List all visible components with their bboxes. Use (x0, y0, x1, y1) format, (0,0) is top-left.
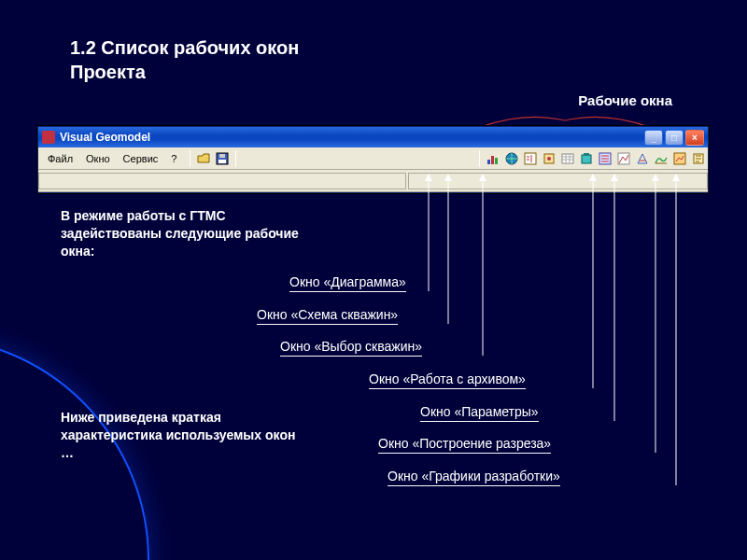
callout-dev-charts: Окно «Графики разработки» (388, 469, 560, 483)
close-button[interactable]: × (685, 130, 704, 146)
menu-service[interactable]: Сервис (118, 151, 164, 166)
open-icon[interactable] (195, 150, 212, 167)
callout-archive: Окно «Работа с архивом» (369, 371, 526, 386)
callout-label: Окно «Графики разработки» (388, 469, 560, 483)
tool-icon-12[interactable] (690, 150, 707, 167)
svg-rect-3 (487, 160, 490, 164)
slide-heading: 1.2 Список рабочих окон Проекта (70, 35, 369, 84)
menu-help[interactable]: ? (165, 151, 182, 166)
well-scheme-window-icon[interactable] (503, 150, 520, 167)
svg-rect-7 (525, 153, 536, 164)
separator (190, 150, 190, 167)
tool-icon-9[interactable] (634, 150, 651, 167)
maximize-button[interactable]: □ (665, 130, 684, 146)
svg-rect-5 (495, 158, 498, 164)
app-title: Visual Geomodel (60, 131, 642, 144)
app-icon (42, 131, 55, 144)
callout-label: Окно «Работа с архивом» (369, 371, 526, 386)
menu-file[interactable]: Файл (42, 151, 78, 166)
well-select-window-icon[interactable] (522, 150, 539, 167)
svg-rect-11 (582, 155, 591, 163)
dev-charts-window-icon[interactable] (671, 150, 688, 167)
tool-icon-5[interactable] (559, 150, 576, 167)
callout-label: Окно «Построение разреза» (378, 436, 551, 451)
callout-diagram: Окно «Диаграмма» (289, 274, 406, 289)
statusbar (38, 170, 708, 192)
minimize-button[interactable]: _ (644, 130, 663, 146)
section-window-icon[interactable] (653, 150, 669, 167)
callout-label: Окно «Схема скважин» (257, 307, 398, 322)
svg-rect-4 (491, 156, 494, 164)
menu-window[interactable]: Окно (80, 151, 116, 166)
parameters-window-icon[interactable] (597, 150, 613, 167)
diagram-window-icon[interactable] (485, 150, 501, 167)
status-segment-1 (38, 173, 406, 189)
callout-label: Окно «Диаграмма» (289, 274, 406, 289)
callout-label: Окно «Параметры» (420, 404, 539, 419)
label-working-windows: Рабочие окна (578, 92, 672, 108)
svg-rect-12 (584, 153, 589, 156)
tool-icon-4[interactable] (541, 150, 557, 167)
description-2: Ниже приведена краткая характеристика ис… (61, 409, 303, 462)
toolbar: Файл Окно Сервис ? (38, 147, 708, 170)
callout-label: Окно «Выбор скважин» (280, 339, 422, 354)
callout-section: Окно «Построение разреза» (378, 436, 551, 451)
description-1: В режиме работы с ГТМС задействованы сле… (61, 207, 322, 260)
svg-rect-10 (562, 154, 573, 163)
tool-icon-8[interactable] (615, 150, 632, 167)
separator (235, 150, 236, 167)
callout-parameters: Окно «Параметры» (420, 404, 539, 419)
callout-well-select: Окно «Выбор скважин» (280, 339, 422, 354)
separator (479, 150, 480, 167)
app-window: Visual Geomodel _ □ × Файл Окно Сервис ? (37, 126, 709, 193)
callout-well-scheme: Окно «Схема скважин» (257, 307, 398, 322)
svg-rect-1 (218, 160, 226, 163)
titlebar: Visual Geomodel _ □ × (38, 127, 708, 147)
archive-window-icon[interactable] (578, 150, 595, 167)
brace-indicator (481, 110, 649, 127)
status-segment-2 (408, 173, 708, 189)
svg-rect-2 (219, 154, 225, 158)
svg-point-9 (547, 157, 551, 161)
save-icon[interactable] (214, 150, 231, 167)
